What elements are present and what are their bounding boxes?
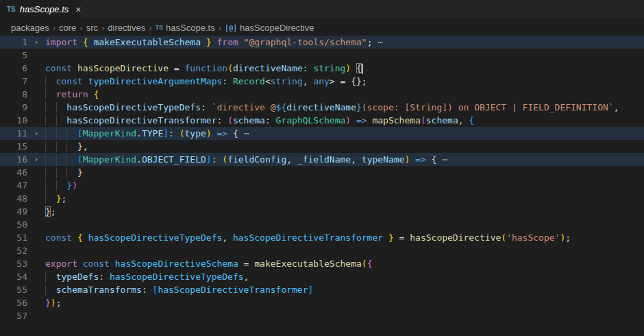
- code-line[interactable]: 10 hasScopeDirectiveTransformer: (schema…: [0, 114, 644, 127]
- code-line[interactable]: 5: [0, 49, 644, 62]
- code-token: MapperKind: [83, 154, 136, 165]
- code-line[interactable]: 48 };: [0, 192, 644, 205]
- code-token: const: [45, 232, 72, 243]
- line-number[interactable]: 10: [0, 114, 27, 127]
- code-token: ]: [163, 128, 169, 139]
- line-number[interactable]: 11: [0, 127, 27, 140]
- indent-guide: [56, 128, 67, 139]
- line-number[interactable]: 9: [0, 101, 27, 114]
- code-line[interactable]: 7 const typeDirectiveArgumentMaps: Recor…: [0, 75, 644, 88]
- line-number[interactable]: 7: [0, 75, 27, 88]
- code-token: typeName: [362, 154, 405, 165]
- fold-gutter: [27, 192, 45, 205]
- breadcrumb-item-hasscopedirective[interactable]: [@]hasScopeDirective: [225, 23, 314, 33]
- line-number[interactable]: 57: [0, 309, 27, 322]
- code-line[interactable]: 16› [MapperKind.OBJECT_FIELD]: (fieldCon…: [0, 153, 644, 166]
- code-line[interactable]: 56});: [0, 296, 644, 309]
- line-number[interactable]: 56: [0, 296, 27, 309]
- code-line[interactable]: 9 hasScopeDirectiveTypeDefs: `directive …: [0, 101, 644, 114]
- code-token: makeExecutableSchema: [93, 37, 201, 47]
- line-number[interactable]: 53: [0, 257, 27, 270]
- tab-hasscope[interactable]: TS hasScope.ts ×: [0, 0, 81, 19]
- code-text: hasScopeDirectiveTypeDefs: `directive @$…: [45, 101, 644, 114]
- code-text: }: [45, 166, 644, 179]
- code-token: [238, 37, 244, 47]
- line-number[interactable]: 46: [0, 166, 27, 179]
- close-icon[interactable]: ×: [75, 5, 81, 14]
- line-number[interactable]: 54: [0, 270, 27, 283]
- code-token: Record: [233, 76, 265, 86]
- code-token: directiveName: [233, 63, 303, 73]
- code-token: }: [77, 167, 83, 178]
- code-token: fieldConfig: [227, 154, 286, 165]
- code-token: }: [45, 206, 51, 217]
- line-number[interactable]: 55: [0, 283, 27, 296]
- line-number[interactable]: 16: [0, 153, 27, 166]
- code-editor: 1›import { makeExecutableSchema } from "…: [0, 36, 644, 322]
- code-token: =: [169, 63, 184, 73]
- breadcrumb-item-src[interactable]: src: [86, 23, 98, 33]
- code-token: (scope: [String]) on OBJECT | FIELD_DEFI…: [362, 102, 614, 112]
- code-token: string: [271, 76, 303, 86]
- code-token: .: [136, 128, 142, 139]
- code-token: [72, 232, 77, 243]
- code-token: const: [56, 76, 83, 86]
- line-number[interactable]: 8: [0, 88, 27, 101]
- code-line[interactable]: 46 }: [0, 166, 644, 179]
- breadcrumb-item-directives[interactable]: directives: [108, 23, 145, 33]
- code-line[interactable]: 15 },: [0, 140, 644, 153]
- fold-gutter: [27, 257, 45, 270]
- breadcrumb-item-packages[interactable]: packages: [11, 23, 49, 33]
- fold-chevron-icon[interactable]: ›: [27, 153, 45, 166]
- code-token: .: [136, 154, 142, 165]
- code-text: const { hasScopeDirectiveTypeDefs, hasSc…: [45, 231, 644, 244]
- code-token: ;: [61, 193, 66, 204]
- code-token: [383, 232, 388, 243]
- code-line[interactable]: 51const { hasScopeDirectiveTypeDefs, has…: [0, 231, 644, 244]
- code-line[interactable]: 49};: [0, 205, 644, 218]
- code-line[interactable]: 53export const hasScopeDirectiveSchema =…: [0, 257, 644, 270]
- code-text: };: [45, 205, 644, 218]
- line-number[interactable]: 47: [0, 179, 27, 192]
- code-token: ): [72, 180, 77, 191]
- breadcrumb-item-core[interactable]: core: [59, 23, 76, 33]
- fold-chevron-icon[interactable]: ›: [27, 36, 45, 49]
- code-line[interactable]: 47 }): [0, 179, 644, 192]
- fold-chevron-icon[interactable]: ›: [27, 127, 45, 140]
- code-token: (: [179, 128, 185, 139]
- code-line[interactable]: 1›import { makeExecutableSchema } from "…: [0, 36, 644, 49]
- code-token: :: [201, 102, 212, 112]
- code-line[interactable]: 6const hasScopeDirective = function(dire…: [0, 62, 644, 75]
- line-number[interactable]: 49: [0, 205, 27, 218]
- fold-gutter: [27, 231, 45, 244]
- code-token: hasScopeDirectiveTypeDefs: [66, 102, 201, 112]
- code-text: [MapperKind.OBJECT_FIELD]: (fieldConfig,…: [45, 153, 644, 166]
- code-line[interactable]: 8 return {: [0, 88, 644, 101]
- breadcrumb-item-hasscope-ts[interactable]: TShasScope.ts: [156, 23, 215, 33]
- line-number[interactable]: 51: [0, 231, 27, 244]
- line-number[interactable]: 1: [0, 36, 27, 49]
- code-token: _fieldName: [297, 154, 351, 165]
- code-token: [83, 232, 88, 243]
- code-token: TYPE: [142, 128, 163, 139]
- code-token: :: [265, 115, 276, 125]
- code-token: string: [313, 63, 345, 73]
- code-token: =: [238, 259, 254, 269]
- code-line[interactable]: 55 schemaTransforms: [hasScopeDirectiveT…: [0, 283, 644, 296]
- code-token: (: [421, 115, 426, 125]
- line-number[interactable]: 48: [0, 192, 27, 205]
- code-line[interactable]: 52: [0, 244, 644, 257]
- code-line[interactable]: 11› [MapperKind.TYPE]: (type) => { ⋯: [0, 127, 644, 140]
- breadcrumb: packages›core›src›directives›TShasScope.…: [0, 19, 644, 36]
- line-number[interactable]: 50: [0, 218, 27, 231]
- line-number[interactable]: 6: [0, 62, 27, 75]
- line-number[interactable]: 52: [0, 244, 27, 257]
- code-line[interactable]: 54 typeDefs: hasScopeDirectiveTypeDefs,: [0, 270, 644, 283]
- code-token: schema: [426, 115, 458, 125]
- line-number[interactable]: 5: [0, 49, 27, 62]
- code-token: [77, 37, 83, 47]
- line-number[interactable]: 15: [0, 140, 27, 153]
- code-line[interactable]: 57: [0, 309, 644, 322]
- code-line[interactable]: 50: [0, 218, 644, 231]
- code-token: ⋯: [372, 37, 383, 47]
